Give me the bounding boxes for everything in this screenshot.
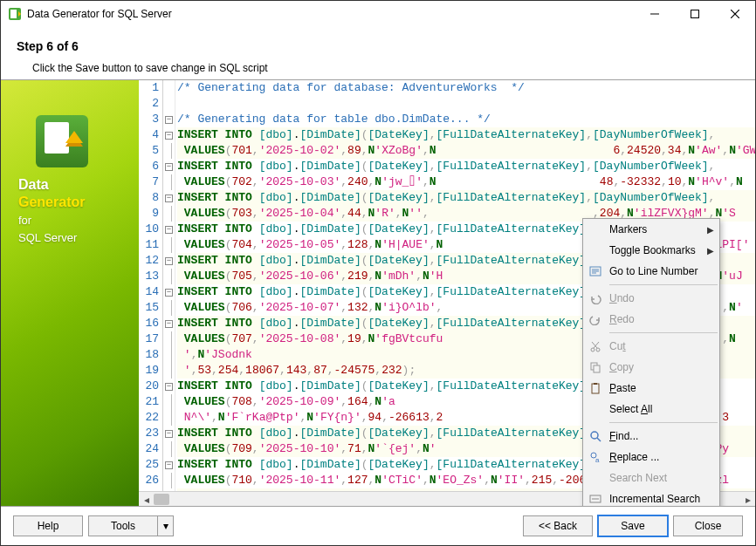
scroll-right-icon[interactable]: ▸ xyxy=(740,492,755,506)
blank-icon xyxy=(587,242,604,259)
instruction-text: Click the Save button to save change in … xyxy=(32,62,739,74)
help-button[interactable]: Help xyxy=(13,515,83,536)
menu-item-search-next: Search Next xyxy=(583,468,719,488)
goto-icon xyxy=(587,263,604,280)
svg-rect-17 xyxy=(594,383,597,385)
cut-icon xyxy=(587,338,604,355)
close-wizard-button[interactable]: Close xyxy=(673,515,743,536)
editor-context-menu: Markers▶Toggle Bookmarks▶Go to Line Numb… xyxy=(582,218,720,506)
svg-point-10 xyxy=(591,348,594,351)
titlebar: Data Generator for SQL Server xyxy=(1,1,755,27)
menu-item-label: Toggle Bookmarks xyxy=(609,244,707,256)
redo-icon xyxy=(587,311,604,328)
svg-point-18 xyxy=(591,432,598,439)
scroll-left-icon[interactable]: ◂ xyxy=(139,492,154,506)
menu-item-label: Search Next xyxy=(609,472,714,484)
minimize-button[interactable] xyxy=(635,1,675,27)
copy-icon xyxy=(587,358,604,376)
svg-rect-1 xyxy=(10,10,17,18)
product-name: Data Generator for SQL Server xyxy=(18,176,130,246)
blank-icon xyxy=(587,221,604,238)
wizard-header: Step 6 of 6 Click the Save button to sav… xyxy=(1,27,755,79)
isearch-icon xyxy=(587,490,604,506)
menu-item-incremental-search[interactable]: Incremental Search xyxy=(583,488,719,506)
menu-item-copy: Copy xyxy=(583,357,719,378)
menu-item-cut: Cut xyxy=(583,336,719,357)
menu-item-replace-[interactable]: aReplace ... xyxy=(583,447,719,468)
menu-item-paste[interactable]: Paste xyxy=(583,378,719,399)
undo-icon xyxy=(587,290,604,307)
fold-column[interactable]: −−−−−−−−−−−− xyxy=(163,80,175,491)
menu-item-label: Go to Line Number xyxy=(609,265,714,277)
menu-item-label: Find... xyxy=(609,430,714,442)
submenu-arrow-icon: ▶ xyxy=(707,246,714,256)
menu-item-markers[interactable]: Markers▶ xyxy=(583,219,719,240)
app-icon xyxy=(8,7,22,21)
tools-split-button[interactable]: Tools ▾ xyxy=(88,515,174,536)
submenu-arrow-icon: ▶ xyxy=(707,225,714,235)
menu-item-select-all[interactable]: Select All xyxy=(583,399,719,420)
product-logo-icon xyxy=(36,115,88,167)
menu-item-go-to-line-number[interactable]: Go to Line Number xyxy=(583,261,719,282)
find-icon xyxy=(587,427,604,445)
brand-line2: Generator xyxy=(18,195,85,209)
brand-line3: for xyxy=(18,214,31,227)
window-title: Data Generator for SQL Server xyxy=(27,8,635,20)
menu-item-label: Paste xyxy=(609,382,714,394)
brand-line1: Data xyxy=(18,177,49,192)
line-number-gutter: 1234567891011121314151617181920212223242… xyxy=(139,80,163,491)
svg-rect-3 xyxy=(691,10,699,18)
scroll-thumb[interactable] xyxy=(154,494,169,505)
step-label: Step 6 of 6 xyxy=(17,39,739,53)
close-button[interactable] xyxy=(715,1,755,27)
tools-button[interactable]: Tools xyxy=(88,515,158,536)
brand-line4: SQL Server xyxy=(18,231,77,244)
menu-item-label: Redo xyxy=(609,313,714,325)
menu-item-label: Copy xyxy=(609,361,714,373)
menu-item-label: Undo xyxy=(609,292,714,304)
replace-icon: a xyxy=(587,448,604,466)
save-button[interactable]: Save xyxy=(598,515,668,536)
menu-item-label: Markers xyxy=(609,223,707,235)
svg-line-19 xyxy=(597,438,601,441)
menu-item-redo: Redo xyxy=(583,309,719,330)
svg-rect-15 xyxy=(594,365,600,372)
tools-dropdown-button[interactable]: ▾ xyxy=(158,515,174,536)
maximize-button[interactable] xyxy=(675,1,715,27)
sql-editor[interactable]: 1234567891011121314151617181920212223242… xyxy=(139,80,755,506)
svg-rect-16 xyxy=(592,384,599,393)
menu-item-label: Incremental Search xyxy=(609,493,714,505)
menu-item-label: Replace ... xyxy=(609,451,714,463)
menu-item-undo: Undo xyxy=(583,288,719,309)
sidebar-banner: Data Generator for SQL Server xyxy=(1,80,139,506)
menu-item-find-[interactable]: Find... xyxy=(583,426,719,447)
paste-icon xyxy=(587,379,604,397)
wizard-footer: Help Tools ▾ << Back Save Close xyxy=(1,507,755,545)
menu-item-toggle-bookmarks[interactable]: Toggle Bookmarks▶ xyxy=(583,240,719,261)
svg-point-11 xyxy=(596,348,600,351)
menu-item-label: Select All xyxy=(609,403,714,415)
blank-icon xyxy=(587,469,604,487)
menu-item-label: Cut xyxy=(609,340,714,352)
svg-text:a: a xyxy=(595,456,600,463)
back-button[interactable]: << Back xyxy=(523,515,593,536)
blank-icon xyxy=(587,400,604,418)
